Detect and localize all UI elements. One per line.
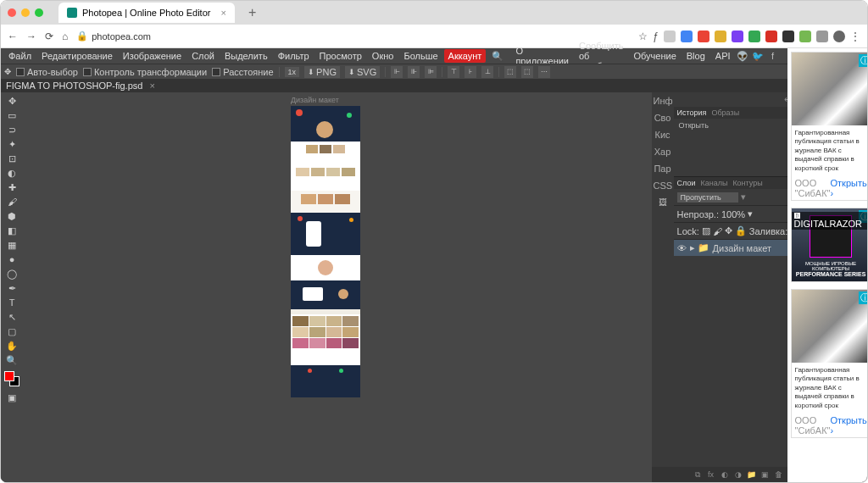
auto-select-check[interactable]: Авто-выбор	[16, 67, 78, 77]
visibility-icon[interactable]: 👁	[677, 243, 687, 253]
menu-account[interactable]: Аккаунт	[444, 49, 487, 63]
menu-image[interactable]: Изображение	[119, 49, 186, 63]
ad-card[interactable]: ⓘ✕ Гарантированная публикация статьи в ж…	[791, 52, 868, 201]
new-tab-button[interactable]: +	[243, 5, 261, 20]
hand-tool-icon[interactable]: ✋	[3, 339, 21, 353]
blend-mode-select[interactable]: Пропустить	[677, 192, 738, 203]
mask-icon[interactable]: ◐	[720, 469, 730, 480]
ad-info-icon[interactable]: ⓘ✕	[859, 54, 868, 67]
more-icon[interactable]: ⋯	[538, 66, 550, 78]
panel-image-icon[interactable]: 🖼	[652, 194, 674, 210]
folder-icon[interactable]: ▸ 📁	[690, 242, 709, 253]
panel-css-tab[interactable]: CSS	[652, 177, 674, 194]
eraser-tool-icon[interactable]: ◧	[3, 224, 21, 237]
zoom-tool-icon[interactable]: 🔍	[3, 353, 21, 367]
close-dot[interactable]	[8, 8, 16, 17]
maximize-dot[interactable]	[35, 8, 43, 17]
panel-swatches-tab[interactable]: Сво	[652, 109, 674, 126]
panel-paragraph-tab[interactable]: Пар	[652, 160, 674, 177]
blur-tool-icon[interactable]: ●	[3, 253, 21, 266]
lock-all-icon[interactable]: 🔒	[735, 225, 747, 236]
reload-icon[interactable]: ⟳	[45, 31, 53, 42]
menu-select[interactable]: Выделить	[220, 49, 272, 63]
crop-tool-icon[interactable]: ⊡	[3, 152, 21, 165]
tab-channels[interactable]: Каналы	[700, 179, 727, 187]
export-svg-button[interactable]: ⬇ SVG	[345, 66, 380, 78]
menu-file[interactable]: Файл	[4, 49, 36, 63]
ad-info-icon[interactable]: ⓘ✕	[859, 291, 868, 304]
file-tab[interactable]: FIGMA TO PHOTOSHOP-fig.psd ×	[1, 79, 787, 92]
star-icon[interactable]: ☆	[638, 31, 648, 42]
path-tool-icon[interactable]: ↖	[3, 310, 21, 324]
heal-tool-icon[interactable]: ✚	[3, 180, 21, 194]
ext-icon[interactable]	[765, 31, 777, 42]
ad-card[interactable]: ⓘ✕ Гарантированная публикация статьи в ж…	[791, 289, 868, 438]
folder-icon[interactable]: 📁	[747, 469, 757, 480]
forward-icon[interactable]: →	[26, 31, 36, 42]
ext-icon[interactable]	[782, 31, 794, 42]
lasso-tool-icon[interactable]: ⊃	[3, 123, 21, 136]
export-png-button[interactable]: ⬇ PNG	[304, 66, 340, 78]
align-center-icon[interactable]: ⊪	[408, 66, 420, 78]
search-icon[interactable]: 🔍	[487, 49, 508, 64]
scale-select[interactable]: 1x	[285, 67, 300, 77]
trash-icon[interactable]: 🗑	[774, 469, 784, 480]
menu-blog[interactable]: Blog	[682, 49, 709, 63]
url-input[interactable]: 🔒 photopea.com	[76, 31, 630, 42]
color-swatch[interactable]	[4, 371, 19, 386]
ext-icon[interactable]	[816, 31, 828, 42]
opacity-value[interactable]: 100%	[721, 209, 745, 219]
menu-learn[interactable]: Обучение	[629, 49, 680, 63]
move-tool-icon[interactable]: ✥	[3, 94, 21, 108]
gradient-tool-icon[interactable]: ▦	[3, 238, 21, 252]
shape-tool-icon[interactable]: ▢	[3, 325, 21, 338]
ext-icon[interactable]	[698, 31, 709, 42]
tab-history[interactable]: История	[677, 108, 707, 117]
brush-tool-icon[interactable]: 🖌	[3, 195, 21, 208]
new-layer-icon[interactable]: ▣	[760, 469, 771, 480]
ad-link[interactable]: Открыть ›	[830, 415, 866, 436]
close-file-icon[interactable]: ×	[149, 80, 154, 91]
ext-icon[interactable]	[715, 31, 726, 42]
link-icon[interactable]: ⧉	[693, 469, 703, 480]
ext-icon[interactable]	[799, 31, 811, 42]
twitter-icon[interactable]: 🐦	[752, 50, 764, 62]
ext-icon[interactable]	[664, 31, 676, 42]
minimize-dot[interactable]	[21, 8, 30, 17]
adjustment-icon[interactable]: ◑	[733, 469, 743, 480]
menu-edit[interactable]: Редактирование	[37, 49, 117, 63]
tab-layers[interactable]: Слои	[677, 179, 696, 187]
distance-check[interactable]: Расстояние	[212, 67, 273, 77]
panel-character-tab[interactable]: Хар	[652, 143, 674, 160]
ad-link[interactable]: Открыть ›	[830, 178, 866, 198]
menu-icon[interactable]: ⋮	[850, 31, 860, 42]
panel-brush-tab[interactable]: Кис	[652, 126, 674, 143]
menu-layer[interactable]: Слой	[187, 49, 219, 63]
ext-icon[interactable]	[681, 31, 693, 42]
lock-transparent-icon[interactable]: ▨	[702, 225, 710, 236]
reddit-icon[interactable]: 👽	[737, 50, 748, 62]
facebook-icon[interactable]: f	[767, 50, 779, 62]
back-icon[interactable]: ←	[8, 31, 18, 42]
browser-tab[interactable]: Photopea | Online Photo Editor ×	[58, 3, 235, 23]
stamp-tool-icon[interactable]: ⬢	[3, 209, 21, 223]
distribute-icon[interactable]: ⬚	[504, 66, 516, 78]
dodge-tool-icon[interactable]: ◯	[3, 267, 21, 280]
align-bottom-icon[interactable]: ⊥	[481, 66, 493, 78]
tab-paths[interactable]: Контуры	[732, 179, 762, 187]
menu-filter[interactable]: Фильтр	[274, 49, 314, 63]
tab-patterns[interactable]: Образы	[711, 108, 739, 117]
quickmask-icon[interactable]: ▣	[3, 391, 21, 404]
ad-card[interactable]: ⓘ✕ 🅳 DIGITALRAZOR МОЩНЫЕ ИГРОВЫЕ КОМПЬЮТ…	[791, 208, 868, 282]
menu-view[interactable]: Просмотр	[315, 49, 366, 63]
avatar[interactable]	[833, 31, 845, 42]
eyedropper-tool-icon[interactable]: ◐	[3, 166, 21, 180]
canvas[interactable]	[291, 106, 360, 397]
ext-icon[interactable]: ƒ	[653, 31, 659, 42]
menu-more[interactable]: Больше	[399, 49, 442, 63]
align-top-icon[interactable]: ⊤	[448, 66, 459, 78]
distribute-icon[interactable]: ⬚	[521, 66, 533, 78]
ext-icon[interactable]	[748, 31, 760, 42]
menu-window[interactable]: Окно	[368, 49, 398, 63]
lock-position-icon[interactable]: ✥	[725, 225, 732, 236]
